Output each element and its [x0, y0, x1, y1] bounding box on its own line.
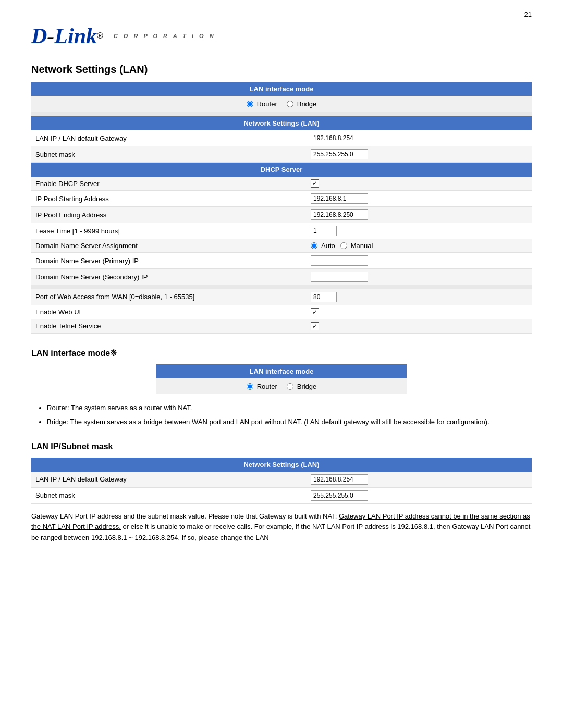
network-settings-lan-header-row: Network Settings (LAN) — [31, 116, 532, 130]
enable-dhcp-row: Enable DHCP Server ✓ — [31, 177, 532, 191]
lan-ip-table-cell-1 — [307, 487, 532, 503]
bridge-label: Bridge — [297, 100, 317, 108]
lan-ip-label: LAN IP / LAN default Gateway — [31, 130, 307, 146]
enable-web-ui-checkbox[interactable]: ✓ — [311, 308, 319, 316]
dhcp-header: DHCP Server — [31, 163, 532, 177]
lan-interface-mode-header: LAN interface mode — [31, 82, 532, 96]
lan-ip-table-header-row: Network Settings (LAN) — [31, 458, 532, 472]
lan-ip-table-header: Network Settings (LAN) — [31, 458, 532, 472]
router-radio-item[interactable]: Router — [247, 100, 277, 108]
spacer-1 — [31, 112, 532, 116]
dns-primary-cell — [307, 253, 532, 269]
lease-time-cell — [307, 223, 532, 239]
lan-ip-description: Gateway LAN Port IP address and the subn… — [31, 511, 532, 544]
dns-primary-row: Domain Name Server (Primary) IP — [31, 253, 532, 269]
dns-assignment-row: Domain Name Server Assignment Auto Manua… — [31, 239, 532, 253]
lease-time-input[interactable] — [311, 226, 337, 236]
lease-time-label: Lease Time [1 - 9999 hours] — [31, 223, 307, 239]
lan-ip-row: LAN IP / LAN default Gateway — [31, 130, 532, 146]
small-bridge-radio[interactable] — [287, 383, 293, 390]
enable-dhcp-checkbox-display[interactable]: ✓ — [311, 179, 319, 188]
lan-ip-table-label-1: Subnet mask — [31, 487, 307, 503]
small-table-header: LAN interface mode — [156, 364, 407, 378]
web-access-input[interactable] — [311, 292, 337, 302]
enable-web-ui-row: Enable Web UI ✓ — [31, 305, 532, 319]
lan-ip-section-title: LAN IP/Subnet mask — [31, 442, 532, 451]
ip-pool-end-row: IP Pool Ending Address — [31, 207, 532, 223]
enable-dhcp-cell: ✓ — [307, 177, 532, 191]
lan-interface-small-table: LAN interface mode Router Bridge — [156, 364, 407, 394]
network-settings-lan-header: Network Settings (LAN) — [31, 116, 532, 130]
desc-part-0: Gateway LAN Port IP address and the subn… — [31, 512, 339, 520]
logo: D-Link® C O R P O R A T I O N — [31, 23, 216, 48]
dns-primary-input[interactable] — [311, 255, 368, 266]
ip-pool-end-label: IP Pool Ending Address — [31, 207, 307, 223]
dns-auto-radio[interactable] — [311, 242, 317, 249]
dns-secondary-input[interactable] — [311, 272, 368, 282]
subnet-mask-value-cell — [307, 146, 532, 163]
logo-dash: - — [47, 23, 54, 48]
page-header: D-Link® C O R P O R A T I O N — [31, 23, 532, 53]
small-router-radio-item[interactable]: Router — [247, 382, 277, 390]
lan-interface-bullet-list: Router: The system serves as a router wi… — [47, 403, 532, 427]
lan-ip-input[interactable] — [311, 133, 368, 143]
ip-pool-end-cell — [307, 207, 532, 223]
lease-time-row: Lease Time [1 - 9999 hours] — [31, 223, 532, 239]
small-table-header-row: LAN interface mode — [156, 364, 407, 378]
lan-ip-table-input-0[interactable] — [311, 474, 368, 485]
dns-secondary-row: Domain Name Server (Secondary) IP — [31, 269, 532, 285]
bridge-radio[interactable] — [287, 101, 293, 107]
dhcp-header-row: DHCP Server — [31, 163, 532, 177]
enable-telnet-checkbox[interactable]: ✓ — [311, 322, 319, 330]
page-number: 21 — [31, 10, 532, 18]
dns-assignment-label: Domain Name Server Assignment — [31, 239, 307, 253]
lan-ip-table-cell-0 — [307, 472, 532, 488]
lan-ip-table: Network Settings (LAN) LAN IP / LAN defa… — [31, 458, 532, 504]
lan-interface-mode-header-row: LAN interface mode — [31, 82, 532, 96]
enable-telnet-row: Enable Telnet Service ✓ — [31, 319, 532, 333]
lan-interface-mode-radio-row: Router Bridge — [31, 96, 532, 112]
enable-web-ui-label: Enable Web UI — [31, 305, 307, 319]
dns-secondary-label: Domain Name Server (Secondary) IP — [31, 269, 307, 285]
web-access-row: Port of Web Access from WAN [0=disable, … — [31, 289, 532, 305]
enable-dhcp-label: Enable DHCP Server — [31, 177, 307, 191]
lan-interface-mode-table: LAN interface mode Router Bridge Netwo — [31, 82, 532, 334]
lan-ip-table-row-1: Subnet mask — [31, 487, 532, 503]
router-label: Router — [257, 100, 277, 108]
spacer-2 — [31, 285, 532, 289]
enable-web-ui-cell: ✓ — [307, 305, 532, 319]
small-bridge-radio-item[interactable]: Bridge — [287, 382, 317, 390]
lan-ip-value-cell — [307, 130, 532, 146]
logo-link: Link — [54, 23, 97, 48]
enable-telnet-cell: ✓ — [307, 319, 532, 333]
dns-manual-item[interactable]: Manual — [340, 242, 373, 250]
dns-manual-radio[interactable] — [340, 242, 347, 249]
logo-d: D — [31, 23, 47, 48]
ip-pool-start-cell — [307, 191, 532, 207]
small-bridge-label: Bridge — [297, 382, 317, 390]
logo-registered: ® — [97, 31, 103, 41]
dns-secondary-cell — [307, 269, 532, 285]
router-radio[interactable] — [247, 101, 253, 107]
lan-ip-table-label-0: LAN IP / LAN default Gateway — [31, 472, 307, 488]
ip-pool-start-input[interactable] — [311, 193, 368, 204]
dns-manual-label: Manual — [351, 242, 373, 250]
small-table-radio-row: Router Bridge — [156, 378, 407, 394]
lan-ip-table-input-1[interactable] — [311, 490, 368, 501]
small-lan-interface-radio-group: Router Bridge — [156, 382, 407, 390]
logo-corporation: C O R P O R A T I O N — [114, 33, 216, 39]
dns-radio-group: Auto Manual — [311, 242, 528, 250]
subnet-mask-label: Subnet mask — [31, 146, 307, 163]
ip-pool-start-row: IP Pool Starting Address — [31, 191, 532, 207]
dns-assignment-cell: Auto Manual — [307, 239, 532, 253]
bullet-router: Router: The system serves as a router wi… — [47, 403, 532, 413]
subnet-mask-row: Subnet mask — [31, 146, 532, 163]
ip-pool-end-input[interactable] — [311, 209, 368, 220]
bridge-radio-item[interactable]: Bridge — [287, 100, 317, 108]
small-router-radio[interactable] — [247, 383, 253, 390]
small-router-label: Router — [257, 382, 277, 390]
subnet-mask-input[interactable] — [311, 149, 368, 159]
dns-auto-item[interactable]: Auto — [311, 242, 335, 250]
lan-interface-mode-radio-cell: Router Bridge — [31, 96, 532, 112]
lan-ip-table-row-0: LAN IP / LAN default Gateway — [31, 472, 532, 488]
